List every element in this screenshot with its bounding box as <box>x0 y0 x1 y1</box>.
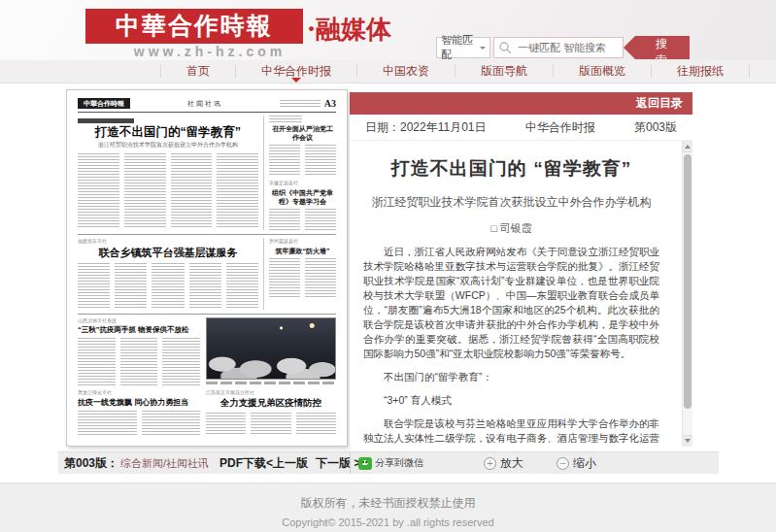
wechat-icon[interactable] <box>358 457 372 470</box>
fake-text-column <box>305 258 336 299</box>
article-author: □ 司银霞 <box>363 221 659 236</box>
nav-item-past-issues[interactable]: 往期报纸 <box>652 65 750 78</box>
toolbar-right: 分享到微信 + 放大 − 缩小 <box>350 452 719 474</box>
nav-item-home[interactable]: 首页 <box>160 65 236 78</box>
nav-item-zhhzsb[interactable]: 中华合作时报 <box>236 65 357 78</box>
thumb-photo-text <box>206 413 336 436</box>
fake-text-column <box>217 153 258 229</box>
thumb-mid-article: 福建南安市社 联合乡镇筑平台强基层谋服务 <box>78 238 258 310</box>
thumb-lead-headline: 打造不出国门的“留学教育” <box>78 125 258 140</box>
thumb-right2-title: 组织《中国共产党章程》专题学习会 <box>269 188 336 206</box>
fake-text-column <box>305 145 336 176</box>
thumb-masthead-right: A3 <box>280 98 336 109</box>
zoom-out-button[interactable]: − 缩小 <box>557 455 596 472</box>
article-paragraph: 不出国门的“留学教育”： <box>363 370 659 384</box>
thumb-bottom-label: 黑龙江绥化市社 <box>78 389 200 396</box>
scroll-down-button[interactable] <box>683 435 692 447</box>
search-input-wrap <box>493 37 624 58</box>
article-page-no: 第003版 <box>634 119 677 136</box>
zoom-in-label: 放大 <box>500 455 523 472</box>
zoom-controls: + 放大 − 缩小 <box>484 455 596 472</box>
thumb-paper-name: 中華合作時報 <box>78 98 130 109</box>
article-body: 打造不出国门的 “留学教育” 浙江经贸职业技术学院首次获批设立中外合作办学机构 … <box>350 156 692 447</box>
news-photo <box>206 317 336 380</box>
search-mode-select[interactable]: 智能匹配 <box>436 37 490 58</box>
thumb-lead-subhead: 浙江经贸职业技术学院首次获批设立中外合作办学机构 <box>78 141 258 150</box>
fake-text-column <box>78 411 137 436</box>
photo-caption-lines <box>206 382 336 384</box>
thumb-low-headline: “三秋”抗疫两手抓 物资保供不放松 <box>78 325 200 335</box>
thumb-mid-row: 福建南安市社 联合乡镇筑平台强基层谋服务 贵州荔波县社 筑牢廉政“防火墙” <box>78 234 336 310</box>
thumb-right1-title: 召开全面从严治党工作会议 <box>269 124 336 142</box>
chevron-down-icon <box>480 47 486 52</box>
fake-text-column <box>189 263 221 310</box>
article-date: 日期：2022年11月01日 <box>365 119 487 136</box>
thumb-bottom-text <box>78 411 200 436</box>
article-paragraph: 近日，浙江省人民政府网站发布《关于同意设立浙江经贸职业技术学院哈格哈里亚数字技术… <box>363 245 659 361</box>
thumb-photo-block <box>206 317 336 386</box>
fake-text-column <box>78 263 110 310</box>
fake-text-column <box>78 338 116 386</box>
thumb-right1-text <box>269 145 336 176</box>
thumb-right-column: 召开全面从严治党工作会议 安徽定远县社 组织《中国共产党章程》专题学习会 <box>263 116 336 230</box>
thumb-lead-text <box>78 153 258 229</box>
fake-text-column <box>269 258 300 299</box>
copyright-line-zh: 版权所有，未经书面授权禁止使用 <box>0 495 776 512</box>
back-to-catalog-button[interactable]: 返回目录 <box>350 92 692 115</box>
fake-text-column <box>124 153 166 229</box>
pdf-download-button[interactable]: PDF下载 <box>219 455 266 472</box>
zoom-out-label: 缩小 <box>573 455 596 472</box>
fake-text-column <box>78 153 119 229</box>
thumb-lead-article: 打造不出国门的“留学教育” 浙江经贸职业技术学院首次获批设立中外合作办学机构 <box>78 116 258 230</box>
article-paragraph: 联合学院是该校与芬兰哈格哈里亚应用科学大学合作举办的非独立法人实体性二级学院，设… <box>363 416 659 447</box>
nav-item-zgnz[interactable]: 中国农资 <box>357 65 455 78</box>
fake-text-column <box>305 209 336 230</box>
logo-suffix: ·融媒体 <box>307 13 391 47</box>
newspaper-page-thumbnail[interactable]: 中華合作時報 社闻社讯 A3 打造不出国门的“留学教育” 浙江经贸职业技术学院首… <box>66 89 348 447</box>
thumb-right3-text <box>269 258 336 299</box>
site-logo[interactable]: 中華合作時報 <box>85 9 303 44</box>
nav-item-page-overview[interactable]: 版面概览 <box>554 65 652 78</box>
back-to-catalog-label: 返回目录 <box>636 95 683 112</box>
search-button[interactable]: 搜 索 <box>624 36 690 59</box>
article-scrollbar[interactable] <box>682 141 692 447</box>
site-url: www.zh-hz.com <box>115 44 305 59</box>
article-scroll-area: 打造不出国门的 “留学教育” 浙江经贸职业技术学院首次获批设立中外合作办学机构 … <box>350 141 692 447</box>
nav-item-page-nav[interactable]: 版面导航 <box>455 65 554 78</box>
toolbar-section-link[interactable]: 综合新闻/社闻社讯 <box>120 456 209 471</box>
thumb-right2-label: 安徽定远县社 <box>269 180 336 186</box>
fake-text-column <box>115 263 147 310</box>
toolbar-page-label: 第003版： <box>64 455 118 472</box>
article-panel: 返回目录 日期：2022年11月01日 中华合作时报 第003版 打造不出国门的… <box>350 92 692 447</box>
zoom-in-button[interactable]: + 放大 <box>484 455 523 472</box>
thumb-bottom-row: 黑龙江绥化市社 抗疫一线党旗飘 同心协力勇担当 江苏南京市雨花台区社 全力支援兄… <box>78 389 336 436</box>
thumb-right3-article: 贵州荔波县社 筑牢廉政“防火墙” <box>263 238 336 310</box>
thumb-right3-title: 筑牢廉政“防火墙” <box>269 247 336 255</box>
thumb-top-row: 打造不出国门的“留学教育” 浙江经贸职业技术学院首次获批设立中外合作办学机构 召… <box>78 116 336 230</box>
triangle-down-icon <box>685 439 691 446</box>
scrollbar-thumb[interactable] <box>684 154 692 409</box>
fake-text-column <box>142 411 201 436</box>
thumb-low-text <box>78 338 200 386</box>
scroll-up-button[interactable] <box>683 141 692 152</box>
thumb-mid-label: 福建南安市社 <box>78 238 258 245</box>
thumb-right3-label: 贵州荔波县社 <box>269 238 336 245</box>
thumb-section-label: 社闻社讯 <box>187 99 222 109</box>
bottom-toolbar: 第003版： 综合新闻/社闻社讯 PDF下载 <上一版 下一版 > 分享到微信 … <box>58 451 719 474</box>
search-input[interactable] <box>493 37 624 58</box>
fake-text-column <box>269 209 300 230</box>
share-wechat-button[interactable]: 分享到微信 <box>375 456 423 470</box>
copyright-line-en: Copyright© 2015-2021 by .all rights rese… <box>0 516 776 528</box>
fake-text-column <box>269 145 300 176</box>
article-paragraph: “3+0” 育人模式 <box>363 393 659 408</box>
prev-page-button[interactable]: <上一版 <box>266 455 308 472</box>
search-bar: 智能匹配 搜 索 <box>436 36 690 59</box>
thumb-page-letter: A3 <box>324 98 336 109</box>
minus-circle-icon: − <box>557 457 569 470</box>
thumb-masthead: 中華合作時報 社闻社讯 A3 <box>78 98 336 113</box>
plus-circle-icon: + <box>484 457 496 470</box>
search-icon <box>498 41 512 54</box>
thumb-mid-headline: 联合乡镇筑平台强基层谋服务 <box>78 246 258 260</box>
search-mode-label: 智能匹配 <box>441 33 480 62</box>
article-subtitle: 浙江经贸职业技术学院首次获批设立中外合作办学机构 <box>363 194 659 211</box>
